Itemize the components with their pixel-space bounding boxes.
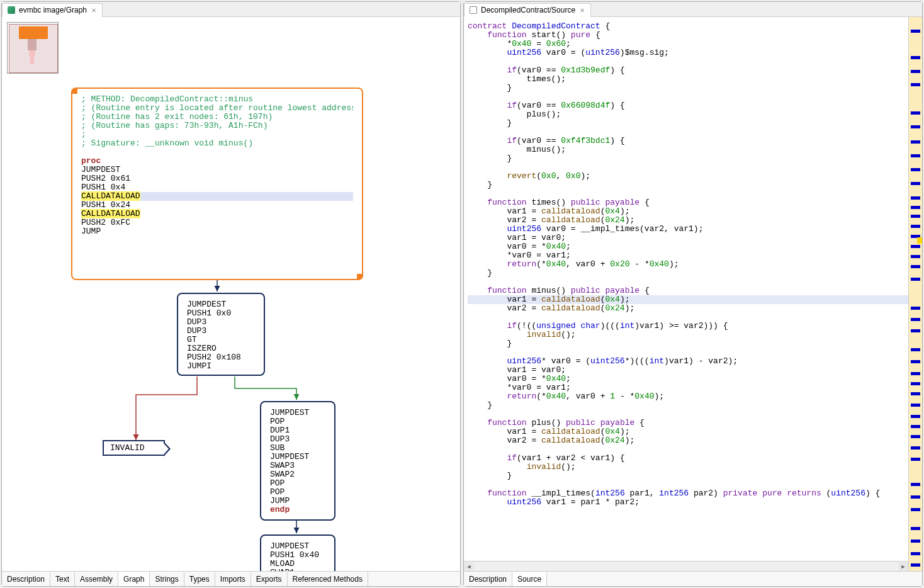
graph-tab-icon bbox=[8, 6, 15, 14]
scroll-right-icon[interactable]: ► bbox=[898, 562, 908, 571]
graph-node-4[interactable]: JUMPDEST PUSH1 0x40 MLOAD SWAP1 bbox=[260, 534, 335, 571]
left-bottom-tabs: DescriptionTextAssemblyGraphStringsTypes… bbox=[2, 571, 460, 586]
left-tab-bar: evmbc image/Graph ✕ bbox=[2, 2, 460, 17]
graph-node-3[interactable]: JUMPDEST POP DUP1 DUP3 SUB JUMPDEST SWAP… bbox=[260, 401, 335, 521]
close-icon[interactable]: ✕ bbox=[579, 7, 585, 13]
scroll-left-icon[interactable]: ◄ bbox=[464, 562, 474, 571]
graph-tab-label: evmbc image/Graph bbox=[19, 6, 87, 14]
bottom-tab-imports[interactable]: Imports bbox=[215, 572, 251, 586]
bottom-tab-exports[interactable]: Exports bbox=[251, 572, 288, 586]
source-panel: DecompiledContract/Source ✕ contract Dec… bbox=[463, 1, 923, 587]
bottom-tab-types[interactable]: Types bbox=[184, 572, 215, 586]
source-tab-icon bbox=[470, 6, 477, 14]
overview-gutter[interactable] bbox=[908, 17, 922, 571]
source-tab-label: DecompiledContract/Source bbox=[481, 6, 575, 14]
bottom-tab-referenced-methods[interactable]: Referenced Methods bbox=[288, 572, 368, 586]
right-tab-bar: DecompiledContract/Source ✕ bbox=[464, 2, 922, 17]
source-content[interactable]: contract DecompiledContract { function s… bbox=[464, 17, 922, 571]
bottom-tab-text[interactable]: Text bbox=[50, 572, 75, 586]
bottom-tab-strings[interactable]: Strings bbox=[150, 572, 184, 586]
graph-content[interactable]: ; METHOD: DecompiledContract::minus ; (R… bbox=[2, 17, 460, 571]
graph-overview[interactable] bbox=[7, 22, 59, 74]
right-bottom-tabs: DescriptionSource bbox=[464, 571, 922, 586]
bottom-tab-description[interactable]: Description bbox=[464, 572, 512, 586]
bottom-tab-graph[interactable]: Graph bbox=[118, 572, 150, 586]
horizontal-scrollbar[interactable]: ◄ ► bbox=[464, 561, 908, 571]
graph-node-2[interactable]: JUMPDEST PUSH1 0x0 DUP3 DUP3 GT ISZERO P… bbox=[177, 293, 265, 376]
bottom-tab-assembly[interactable]: Assembly bbox=[75, 572, 118, 586]
graph-panel: evmbc image/Graph ✕ ; METHOD: Decompiled… bbox=[1, 1, 461, 587]
bottom-tab-description[interactable]: Description bbox=[2, 572, 50, 586]
graph-node-invalid[interactable]: INVALID bbox=[103, 440, 165, 456]
graph-node-main[interactable]: ; METHOD: DecompiledContract::minus ; (R… bbox=[71, 88, 363, 280]
bottom-tab-source[interactable]: Source bbox=[512, 572, 547, 586]
source-tab[interactable]: DecompiledContract/Source ✕ bbox=[464, 3, 591, 17]
graph-tab[interactable]: evmbc image/Graph ✕ bbox=[2, 3, 103, 17]
close-icon[interactable]: ✕ bbox=[91, 7, 97, 13]
